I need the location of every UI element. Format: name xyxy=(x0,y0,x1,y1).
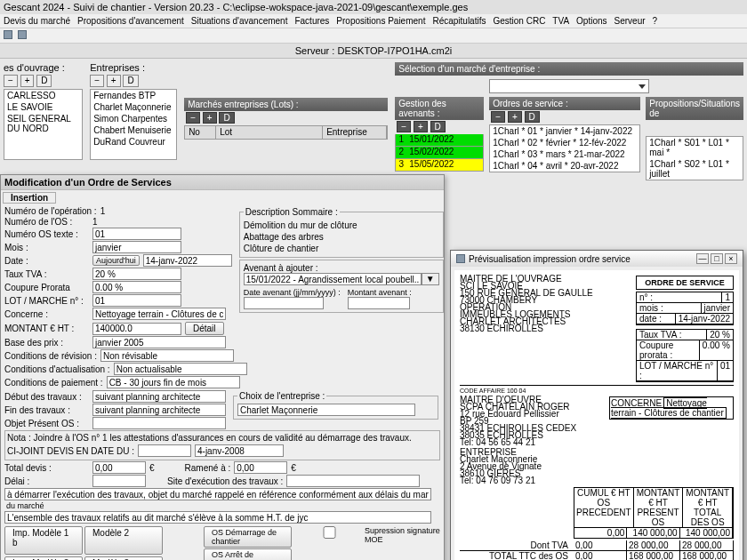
list-item[interactable]: Charlet Maçonnerie xyxy=(91,101,176,113)
m-plus[interactable]: + xyxy=(203,112,217,124)
list-item[interactable]: Abattage des arbres xyxy=(244,231,439,243)
model-button[interactable]: Imp. Modèle 3 b xyxy=(4,556,83,560)
site-input[interactable] xyxy=(286,475,420,487)
prop-list[interactable]: 1Charl * S01 * L01 * mai *1Charl * S02 *… xyxy=(646,136,743,180)
os-header: Ordres de service : xyxy=(489,97,640,110)
os-d[interactable]: D xyxy=(525,111,540,123)
btn-plus[interactable]: + xyxy=(20,75,35,87)
chevron-down-icon xyxy=(639,84,646,89)
nota-text: Nota : Joindre à l'OS n° 1 les attestati… xyxy=(7,433,438,443)
m-d[interactable]: D xyxy=(219,112,234,124)
os-minus[interactable]: − xyxy=(491,111,505,123)
list-item[interactable]: DuRand Couvreur xyxy=(91,136,176,148)
close-button[interactable]: × xyxy=(725,253,737,264)
num-os-txt-input[interactable] xyxy=(92,228,181,240)
mois-input[interactable] xyxy=(92,241,181,253)
menu-item[interactable]: TVA xyxy=(552,16,569,26)
avenant-rows[interactable]: 115/01/2022215/02/2022315/05/2022 xyxy=(395,134,484,172)
ouvrage-list[interactable]: CARLESSOLE SAVOIESEIL GENERAL DU NORD xyxy=(4,89,83,160)
toolbar-icon-1[interactable] xyxy=(4,30,12,39)
ouvrage-header: es d'ouvrage : xyxy=(4,62,83,73)
btn-minus-2[interactable]: − xyxy=(90,75,104,87)
avenant-combo[interactable] xyxy=(244,273,422,285)
av-d[interactable]: D xyxy=(430,121,446,132)
menu-item[interactable]: Propositions d'avancement xyxy=(77,16,184,26)
list-item[interactable]: 1Charl * S01 * L01 * mai * xyxy=(647,137,743,158)
selection-header: Sélection d'un marché d'entreprise : xyxy=(395,62,743,76)
av-down-button[interactable]: ▼ xyxy=(422,273,439,285)
menu-item[interactable]: Options xyxy=(576,16,606,26)
list-item[interactable]: Fernandes BTP xyxy=(91,90,176,101)
menu-item[interactable]: ? xyxy=(653,16,658,26)
choix-input[interactable] xyxy=(237,404,415,416)
minimize-button[interactable]: — xyxy=(696,253,709,264)
menu-item[interactable]: Factures xyxy=(294,16,329,26)
detail-button[interactable]: Détail xyxy=(185,322,224,335)
selection-combo[interactable] xyxy=(489,79,649,93)
maximize-button[interactable]: □ xyxy=(711,253,723,264)
list-item[interactable]: 1Charl * 01 * janvier * 14-janv-2022 xyxy=(490,125,639,137)
btn-d[interactable]: D xyxy=(36,75,52,87)
btn-minus[interactable]: − xyxy=(4,75,18,87)
os-plus[interactable]: + xyxy=(508,111,522,123)
list-item[interactable]: 1Charl * S02 * L01 * juillet xyxy=(647,158,743,180)
cijoint-date-input[interactable] xyxy=(195,444,284,457)
cond-rev-input[interactable] xyxy=(100,349,234,362)
list-item[interactable]: CARLESSO xyxy=(4,90,82,101)
menu-item[interactable]: Gestion CRC xyxy=(493,16,545,26)
list-item[interactable]: 1Charl * 02 * février * 12-fév-2022 xyxy=(490,137,639,148)
ensemble-input[interactable] xyxy=(4,511,431,524)
entreprise-list[interactable]: Fernandes BTPCharlet MaçonnerieSimon Cha… xyxy=(90,89,177,160)
cond-act-input[interactable] xyxy=(114,363,247,375)
list-item[interactable]: Clôture de chantier xyxy=(244,243,439,254)
model-button[interactable]: Modèle 2 xyxy=(84,526,163,555)
list-item[interactable]: 1Charl * 04 * avril * 20-avr-2022 xyxy=(490,160,639,172)
model-button[interactable]: Modèle 3 xyxy=(84,556,163,560)
os-type-button[interactable]: OS Arrêt de chantier xyxy=(204,548,292,560)
ramene-input[interactable] xyxy=(234,461,287,474)
menu-item[interactable]: Situations d'avancement xyxy=(191,16,288,26)
objet-input[interactable] xyxy=(92,417,226,429)
os-modal-title: Modification d'un Ordre de Services xyxy=(1,175,444,190)
os-type-button[interactable]: OS Démarrage de chantier xyxy=(204,526,292,548)
menu-item[interactable]: Propositions Paiement xyxy=(336,16,425,26)
coupure-input[interactable] xyxy=(92,281,181,293)
btn-plus-2[interactable]: + xyxy=(107,75,121,87)
os-list[interactable]: 1Charl * 01 * janvier * 14-janv-20221Cha… xyxy=(489,124,640,172)
list-item[interactable]: Chabert Menuiserie xyxy=(91,124,176,136)
av-minus[interactable]: − xyxy=(397,121,411,132)
list-item[interactable]: SEIL GENERAL DU NORD xyxy=(4,113,82,134)
av-plus[interactable]: + xyxy=(414,121,428,132)
list-item[interactable]: LE SAVOIE xyxy=(4,101,82,113)
lot-input[interactable] xyxy=(92,294,181,307)
total-devis-input[interactable] xyxy=(92,461,146,474)
menu-item[interactable]: Récapitulatifs xyxy=(432,16,486,26)
today-button[interactable]: Aujourd'hui xyxy=(92,255,140,266)
list-item[interactable]: Démolition du mur de clôture xyxy=(244,220,439,231)
concerne-input[interactable] xyxy=(92,308,226,320)
m-minus[interactable]: − xyxy=(186,112,200,124)
demarrer-input[interactable] xyxy=(4,488,431,500)
aujourdhui2-button[interactable] xyxy=(138,444,191,457)
date-avenant-input[interactable] xyxy=(244,297,324,309)
list-item[interactable]: 1Charl * 03 * mars * 21-mar-2022 xyxy=(490,148,639,160)
montant-input[interactable] xyxy=(92,323,181,335)
suppr-check[interactable] xyxy=(294,526,365,539)
debut-input[interactable] xyxy=(92,390,226,403)
btn-d-2[interactable]: D xyxy=(123,75,138,87)
ordre-title: ORDRE DE SERVICE xyxy=(636,276,734,290)
date-input[interactable] xyxy=(143,254,232,267)
tva-input[interactable] xyxy=(92,268,181,280)
toolbar-icon-2[interactable] xyxy=(18,30,27,39)
menu-item[interactable]: Serveur xyxy=(614,16,646,26)
insertion-tab[interactable]: Insertion xyxy=(3,192,56,204)
toolbar xyxy=(0,28,747,44)
cond-pai-input[interactable] xyxy=(107,376,240,388)
fin-input[interactable] xyxy=(92,404,226,416)
model-button[interactable]: Imp. Modèle 1 b xyxy=(4,526,83,555)
menu-item[interactable]: Devis du marché xyxy=(4,16,70,26)
base-input[interactable] xyxy=(92,336,226,348)
delai-input[interactable] xyxy=(92,475,146,487)
list-item[interactable]: Simon Charpentes xyxy=(91,113,176,124)
montant-avenant-input[interactable] xyxy=(348,297,410,309)
